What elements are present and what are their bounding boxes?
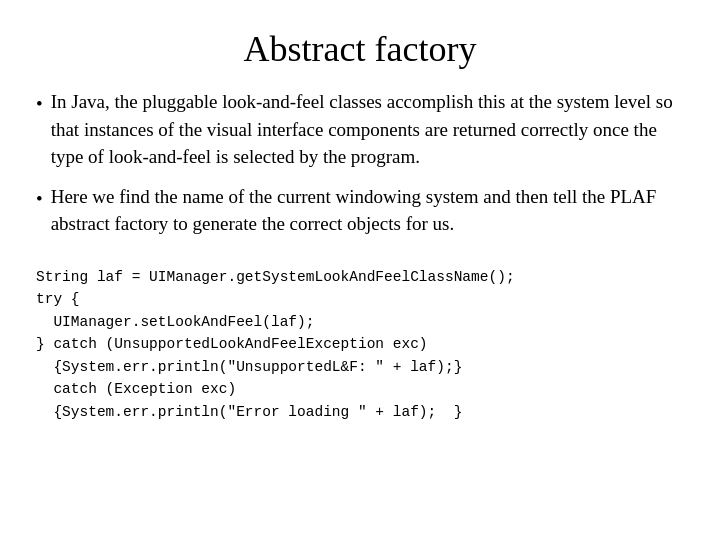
slide: Abstract factory • In Java, the pluggabl… [0, 0, 720, 540]
bullet-dot-2: • [36, 185, 43, 213]
bullet-list: • In Java, the pluggable look-and-feel c… [36, 88, 684, 250]
bullet-text-2: Here we find the name of the current win… [51, 183, 684, 238]
list-item: • In Java, the pluggable look-and-feel c… [36, 88, 684, 171]
bullet-dot-1: • [36, 90, 43, 118]
list-item: • Here we find the name of the current w… [36, 183, 684, 238]
slide-title: Abstract factory [36, 28, 684, 70]
bullet-text-1: In Java, the pluggable look-and-feel cla… [51, 88, 684, 171]
code-block: String laf = UIManager.getSystemLookAndF… [36, 266, 684, 423]
